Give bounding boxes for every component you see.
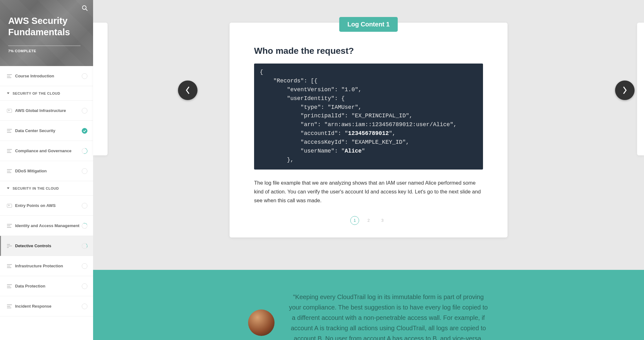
nav-item-label: Identity and Access Management: [15, 223, 82, 228]
nav-section-header: SECURITY IN THE CLOUD: [0, 181, 93, 196]
page-dot[interactable]: 3: [378, 216, 387, 225]
nav-section-label: SECURITY OF THE CLOUD: [13, 92, 60, 95]
author-avatar: [248, 309, 275, 336]
nav-item[interactable]: Entry Points on AWS: [0, 196, 93, 216]
main-content: Log Content 1 Who made the request? { "R…: [93, 0, 644, 340]
nav-item[interactable]: DDoS Mitigation: [0, 161, 93, 181]
status-indicator: [82, 108, 87, 114]
nav-item-label: Detective Controls: [15, 243, 82, 248]
nav-item-label: Entry Points on AWS: [15, 203, 82, 208]
text-lesson-icon: [7, 304, 12, 308]
nav-item[interactable]: Data Protection: [0, 276, 93, 296]
page-dot[interactable]: 1: [350, 216, 359, 225]
quote-section: "Keeping every CloudTrail log in its imm…: [93, 270, 644, 340]
status-indicator: [82, 304, 87, 309]
caret-down-icon: [7, 187, 9, 189]
status-indicator: [82, 128, 87, 134]
text-lesson-icon: [7, 244, 12, 248]
nav-section-header: SECURITY OF THE CLOUD: [0, 86, 93, 101]
text-lesson-icon: [7, 224, 12, 228]
next-card-peek: [637, 23, 644, 155]
quote-text: "Keeping every CloudTrail log in its imm…: [288, 292, 489, 340]
page-dot[interactable]: 2: [364, 216, 373, 225]
status-indicator: [82, 283, 87, 289]
nav-item-label: Compliance and Governance: [15, 148, 82, 153]
text-lesson-icon: [7, 169, 12, 173]
nav-item[interactable]: Incident Response: [0, 296, 93, 316]
nav-item-label: Course Introduction: [15, 74, 82, 78]
text-lesson-icon: [7, 149, 12, 153]
course-nav: Course IntroductionSECURITY OF THE CLOUD…: [0, 66, 93, 316]
status-indicator: [81, 222, 88, 229]
card-paragraph: The log file example that we are analyzi…: [254, 178, 483, 205]
card-heading: Who made the request?: [254, 46, 483, 56]
progress-rule: [8, 46, 80, 46]
nav-item[interactable]: Detective Controls: [0, 236, 93, 256]
nav-item-label: AWS Global Infrastructure: [15, 108, 82, 113]
sidebar: AWS Security Fundamentals 7% COMPLETE Co…: [0, 0, 93, 340]
svg-point-0: [82, 6, 86, 9]
nav-item-label: Infrastructure Protection: [15, 264, 82, 268]
nav-item[interactable]: AWS Global Infrastructure: [0, 101, 93, 121]
prev-card-peek: [93, 23, 108, 155]
text-lesson-icon: [7, 264, 12, 268]
status-indicator: [82, 263, 87, 269]
prev-slide-button[interactable]: [178, 81, 197, 100]
text-lesson-icon: [7, 74, 12, 78]
video-icon: [7, 204, 12, 208]
search-icon[interactable]: [82, 5, 88, 13]
video-icon: [7, 109, 12, 113]
status-indicator: [81, 242, 88, 249]
nav-item-label: DDoS Mitigation: [15, 169, 82, 173]
progress-label: 7% COMPLETE: [8, 49, 85, 53]
status-indicator: [82, 168, 87, 174]
svg-line-1: [86, 9, 87, 11]
caret-down-icon: [7, 92, 9, 94]
nav-item[interactable]: Compliance and Governance: [0, 141, 93, 161]
code-block: { "Records": [{ "eventVersion": "1.0", "…: [254, 64, 483, 170]
status-indicator: [81, 147, 89, 155]
nav-item[interactable]: Data Center Security: [0, 121, 93, 141]
sidebar-header: AWS Security Fundamentals 7% COMPLETE: [0, 0, 93, 66]
status-indicator: [82, 73, 87, 79]
nav-section-label: SECURITY IN THE CLOUD: [13, 187, 59, 190]
nav-item[interactable]: Course Introduction: [0, 66, 93, 86]
nav-item[interactable]: Identity and Access Management: [0, 216, 93, 236]
nav-item[interactable]: Infrastructure Protection: [0, 256, 93, 276]
pagination: 123: [254, 216, 483, 225]
next-slide-button[interactable]: [615, 81, 635, 100]
nav-item-label: Data Center Security: [15, 128, 82, 133]
content-card: Log Content 1 Who made the request? { "R…: [230, 23, 508, 237]
card-tag: Log Content 1: [339, 17, 398, 32]
nav-item-label: Incident Response: [15, 304, 82, 309]
text-lesson-icon: [7, 284, 12, 288]
status-indicator: [82, 203, 87, 209]
nav-item-label: Data Protection: [15, 284, 82, 288]
text-lesson-icon: [7, 129, 12, 133]
course-title: AWS Security Fundamentals: [8, 15, 85, 38]
